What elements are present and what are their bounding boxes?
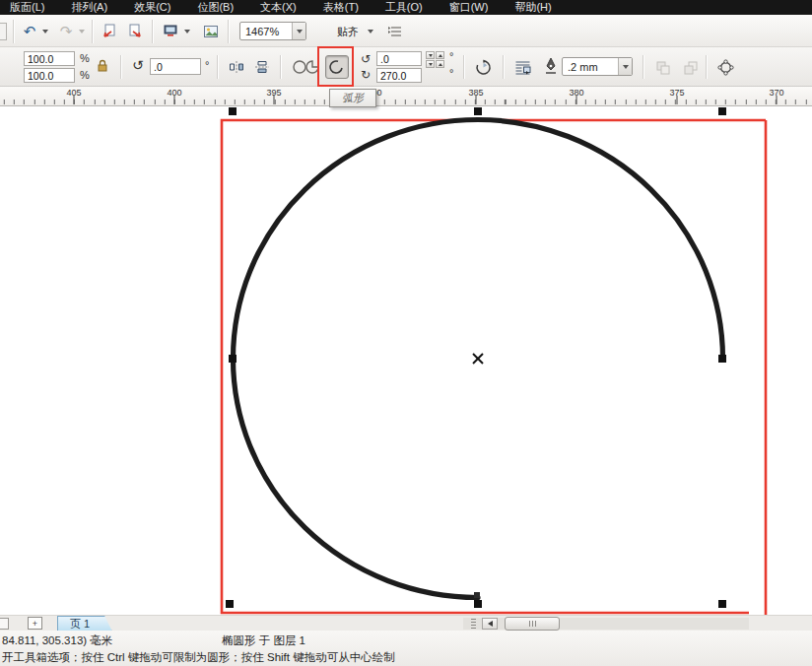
import-button[interactable] (99, 22, 120, 41)
ruler-major-tick (274, 96, 275, 104)
snap-to-label: 贴齐 (337, 25, 359, 39)
pie-tool-button[interactable] (301, 55, 324, 79)
selection-center-marker[interactable] (473, 354, 483, 364)
menu-bar: 版面(L)排列(A)效果(C)位图(B)文本(X)表格(T)工具(O)窗口(W)… (0, 0, 812, 15)
undo-dropdown[interactable] (39, 22, 50, 41)
mirror-vertical-button[interactable] (250, 55, 274, 79)
export-button[interactable] (124, 22, 146, 41)
lock-icon (97, 59, 108, 73)
propbar-separator (280, 55, 281, 79)
menu-item-4[interactable]: 文本(X) (260, 0, 297, 15)
snap-to-dropdown[interactable] (365, 22, 375, 41)
arc-start-angle-field[interactable] (376, 51, 422, 66)
handle-middle-left[interactable] (229, 355, 237, 363)
zoom-level-combo[interactable]: 1467% (239, 22, 306, 40)
text-wrap-button[interactable] (510, 55, 534, 79)
arc-end-unit: ° (449, 67, 453, 79)
change-direction-button[interactable] (471, 55, 495, 79)
add-page-button[interactable]: + (28, 617, 42, 630)
undo-button[interactable]: ↶ (20, 22, 39, 41)
arc-tool-button[interactable] (325, 55, 349, 79)
mirror-horizontal-button[interactable] (225, 55, 248, 79)
arc-end-node[interactable] (474, 592, 480, 598)
propbar-separator (503, 55, 504, 79)
handle-bottom-right[interactable] (718, 600, 726, 608)
propbar-separator (217, 55, 218, 79)
propbar-separator (120, 55, 121, 79)
handle-middle-right[interactable] (718, 355, 726, 363)
scrollbar-splitter-handle[interactable] (471, 619, 476, 629)
drawing-canvas[interactable] (0, 106, 812, 615)
lock-ratio-button[interactable] (97, 59, 108, 73)
ruler-major-tick (777, 96, 778, 104)
menu-item-7[interactable]: 窗口(W) (449, 0, 489, 15)
menu-item-5[interactable]: 表格(T) (323, 0, 359, 15)
handle-bottom-center[interactable] (474, 600, 482, 608)
menu-item-1[interactable]: 排列(A) (71, 0, 107, 15)
tool-hint-text: 开工具箱选项；按住 Ctrl 键拖动可限制为圆形；按住 Shift 键拖动可从中… (2, 650, 395, 665)
arc-end-icon: ↻ (361, 68, 371, 82)
redo-button[interactable]: ↷ (56, 22, 76, 41)
horizontal-scrollbar-thumb[interactable] (505, 617, 560, 631)
handle-top-left[interactable] (229, 107, 237, 115)
zoom-combo-dropdown[interactable] (292, 23, 305, 39)
redo-icon: ↷ (60, 23, 73, 40)
property-bar: % % ↺ ° (0, 47, 812, 87)
arc-tooltip-label: 弧形 (342, 91, 364, 105)
to-front-button-disabled[interactable] (650, 55, 674, 79)
ruler-major-tick (677, 96, 678, 104)
toolbar-separator (92, 20, 93, 43)
view-mode-dropdown[interactable] (181, 22, 192, 41)
menu-item-2[interactable]: 效果(C) (134, 0, 170, 15)
pie-icon (304, 59, 320, 75)
import-icon (102, 24, 117, 39)
monitor-icon (163, 25, 178, 38)
arc-start-unit: ° (449, 50, 453, 62)
menu-item-3[interactable]: 位图(B) (197, 0, 234, 15)
toolbar-separator (152, 20, 153, 43)
outline-width-combo[interactable]: .2 mm (562, 57, 633, 76)
options-lines-icon (387, 25, 403, 38)
outline-width-dropdown[interactable] (618, 58, 632, 75)
chevron-down-icon (79, 30, 85, 33)
partial-toolbar-icon (0, 23, 7, 40)
snap-to-button[interactable]: 贴齐 (331, 22, 365, 41)
menu-item-0[interactable]: 版面(L) (10, 0, 44, 15)
add-page-label: + (33, 619, 37, 629)
scale-y-field[interactable] (24, 68, 75, 83)
fullscreen-preview-button[interactable] (200, 22, 222, 41)
page-tab-1[interactable]: 页 1 (57, 616, 112, 632)
handle-top-right[interactable] (718, 107, 726, 115)
quick-customize-button[interactable] (713, 55, 737, 79)
layer-order-icon (655, 60, 670, 75)
customize-wheel-icon (717, 59, 734, 76)
handle-top-center[interactable] (474, 107, 482, 115)
scroll-left-button[interactable] (482, 618, 498, 630)
to-back-button-disabled[interactable] (678, 55, 702, 79)
arc-start-spinner[interactable] (426, 51, 444, 68)
menu-item-8[interactable]: 帮助(H) (514, 0, 551, 15)
outline-width-value: .2 mm (563, 61, 598, 73)
arrow-left-icon (488, 621, 493, 627)
toolbar-separator (13, 20, 14, 43)
view-mode-button[interactable] (160, 22, 181, 41)
chevron-down-icon (42, 30, 48, 33)
cursor-coordinates: 84.811, 305.313) 毫米 (2, 633, 112, 648)
ruler-major-tick (476, 96, 477, 104)
scale-x-field[interactable] (24, 51, 75, 66)
mirror-horizontal-icon (229, 60, 244, 74)
menu-item-6[interactable]: 工具(O) (385, 0, 423, 15)
propbar-separator (706, 55, 707, 79)
ruler-major-tick (174, 96, 175, 104)
mirror-vertical-icon (254, 60, 270, 74)
clockwise-arrow-icon (475, 59, 492, 76)
options-button[interactable] (384, 22, 406, 41)
page-scroll-row: + 页 1 (0, 615, 812, 631)
redo-dropdown[interactable] (76, 22, 87, 41)
handle-bottom-left[interactable] (226, 600, 234, 608)
arc-end-angle-field[interactable] (376, 68, 422, 83)
propbar-separator (463, 55, 464, 79)
rotation-angle-field[interactable] (150, 58, 201, 75)
ruler-major-tick (74, 96, 75, 104)
arc-tooltip: 弧形 (329, 89, 376, 107)
